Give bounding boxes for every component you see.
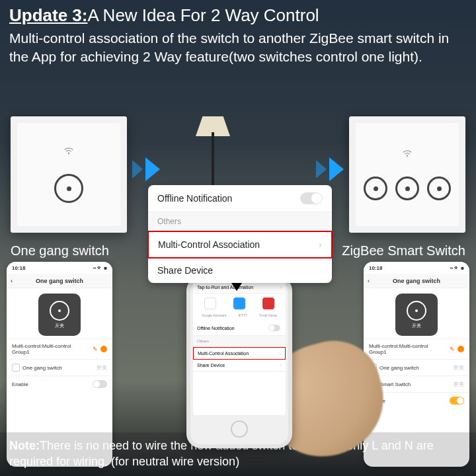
row-label: Share Device <box>197 363 225 368</box>
row-value: 开关 <box>454 381 464 388</box>
offline-notification-row[interactable]: Offline Notification <box>193 321 286 336</box>
nav-bar: ‹ One gang switch <box>7 274 112 288</box>
right-switch-label: ZigBee Smart Switch <box>342 243 465 258</box>
arrow-right-icon <box>316 157 344 181</box>
enable-row[interactable]: Enable <box>7 376 112 392</box>
title-prefix: Update 3: <box>9 5 87 25</box>
nav-title: One gang switch <box>393 278 440 284</box>
edit-icon[interactable]: ✎ <box>93 346 98 352</box>
add-icon[interactable] <box>457 346 464 352</box>
back-icon[interactable]: ‹ <box>11 278 13 284</box>
time-label: 10:18 <box>12 265 25 271</box>
gang-button <box>54 174 83 203</box>
chevron-right-icon: › <box>280 285 282 290</box>
row-label: Smart Switch <box>379 381 411 387</box>
share-device-row[interactable]: Share Device › <box>193 360 286 372</box>
edit-icon[interactable]: ✎ <box>450 346 455 352</box>
device-icon <box>12 364 20 372</box>
list-item[interactable]: One gang switch 开关 <box>7 359 112 376</box>
nav-title: One gang switch <box>36 278 83 284</box>
row-label: Offline Notification <box>157 193 232 204</box>
home-button[interactable] <box>231 420 248 438</box>
toggle-switch[interactable] <box>450 397 464 405</box>
one-gang-switch-panel <box>11 116 127 233</box>
tmall-genie-icon[interactable] <box>262 298 274 309</box>
back-icon[interactable]: ‹ <box>368 278 370 284</box>
row-label: Multi-control:Multi-control Group1 <box>369 343 447 355</box>
toggle-switch[interactable] <box>268 325 280 331</box>
group-row[interactable]: Multi-control:Multi-control Group1 ✎ <box>7 338 112 359</box>
switch-tile[interactable]: 开关 <box>38 294 81 336</box>
nav-bar: ‹ One gang switch <box>364 274 469 288</box>
row-label: Multi-Control Association <box>198 351 249 356</box>
gang-button-row <box>364 177 451 200</box>
row-label: Share Device <box>157 265 213 276</box>
svg-point-0 <box>68 153 69 154</box>
note-prefix: Note: <box>9 439 40 452</box>
toggle-switch[interactable] <box>300 192 323 204</box>
zigbee-switch-panel <box>349 116 465 233</box>
arrow-right-icon <box>132 157 160 181</box>
left-switch-label: One gang switch <box>11 243 109 258</box>
row-label: Enable <box>12 381 28 387</box>
google-assistant-icon[interactable] <box>204 298 216 309</box>
section-header: Others <box>193 336 286 347</box>
wifi-icon <box>401 149 413 158</box>
add-icon[interactable] <box>100 346 107 352</box>
status-bar: 10:18 ⋯ ᯤ ■ <box>7 262 112 274</box>
chevron-right-icon: › <box>319 239 322 250</box>
gang-button <box>364 177 387 200</box>
status-icons: ⋯ ᯤ ■ <box>450 265 464 271</box>
row-label: Tap-to-Run and Automation <box>197 285 253 290</box>
row-label: Multi-control:Multi-control Group1 <box>12 343 90 355</box>
svg-point-1 <box>407 155 408 157</box>
list-item[interactable]: One gang switch 开关 <box>364 359 469 376</box>
time-label: 10:18 <box>369 265 382 271</box>
row-label: Offline Notification <box>197 326 235 331</box>
section-header: Others <box>148 212 332 231</box>
toggle-switch[interactable] <box>93 380 107 388</box>
ifttt-icon[interactable] <box>233 298 245 309</box>
offline-notification-row[interactable]: Offline Notification <box>148 185 332 212</box>
row-label: Multi-Control Association <box>158 239 260 250</box>
page-description: Multi-control association of the switch … <box>9 29 467 67</box>
switch-tile[interactable]: 开关 <box>395 294 438 336</box>
share-device-row[interactable]: Share Device <box>148 258 332 283</box>
integration-icons-row <box>193 294 286 313</box>
chevron-right-icon: › <box>280 363 282 368</box>
status-bar: 10:18 ⋯ ᯤ ■ <box>364 262 469 274</box>
row-label: One gang switch <box>22 365 62 371</box>
row-value: 开关 <box>97 364 107 372</box>
page-title: Update 3:A New Idea For 2 Way Control <box>9 5 467 26</box>
wifi-icon <box>63 146 75 155</box>
integration-labels: Google Assistant IFTTT Tmall Genie <box>193 313 286 321</box>
multi-control-row[interactable]: Multi-Control Association › <box>147 231 333 258</box>
group-row[interactable]: Multi-control:Multi-control Group1 ✎ <box>364 338 469 359</box>
settings-popup: Offline Notification Others Multi-Contro… <box>148 185 332 283</box>
phone-in-hand: Tap-to-Run and Automation › Google Assis… <box>186 276 292 448</box>
tile-caption: 开关 <box>55 323 64 329</box>
row-label: One gang switch <box>379 365 419 371</box>
gang-button <box>395 177 419 200</box>
chevron-right-icon: › <box>280 351 281 356</box>
tile-caption: 开关 <box>412 323 421 329</box>
connector-arrow-icon <box>231 283 242 291</box>
status-icons: ⋯ ᯤ ■ <box>93 265 107 271</box>
multi-control-row[interactable]: Multi-Control Association › <box>193 347 286 360</box>
title-main: A New Idea For 2 Way Control <box>87 5 319 25</box>
row-value: 开关 <box>454 364 464 372</box>
gang-button <box>427 177 451 200</box>
